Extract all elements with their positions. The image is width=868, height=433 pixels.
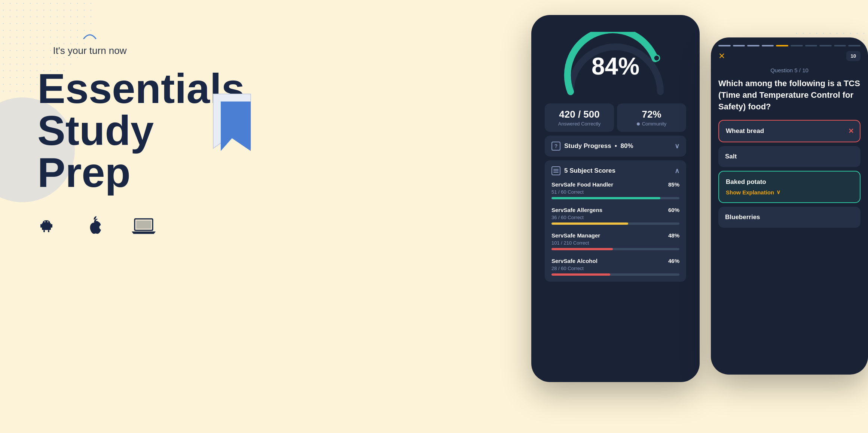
- answer-blueberries[interactable]: Blueberries: [718, 207, 861, 228]
- close-button[interactable]: ✕: [718, 51, 725, 61]
- progress-seg-4: [762, 45, 774, 46]
- progress-seg-6: [791, 45, 803, 46]
- chevron-down-icon: ∨: [675, 142, 679, 150]
- svg-point-4: [45, 221, 46, 222]
- laptop-icon: [132, 216, 156, 236]
- phone-left: 84% 420 / 500 Answered Correctly 72% Com…: [531, 15, 700, 382]
- progress-seg-1: [718, 45, 731, 46]
- chevron-down-icon: ∨: [776, 189, 780, 196]
- quiz-counter-box: 10: [846, 51, 861, 61]
- stats-row: 420 / 500 Answered Correctly 72% Communi…: [539, 103, 692, 132]
- arc-icon: [82, 30, 97, 42]
- progress-seg-2: [733, 45, 745, 46]
- stat-answered-main: 420 / 500: [551, 109, 608, 120]
- wrong-icon: ✕: [848, 127, 854, 135]
- subject-scores-header: 5 Subject Scores ∧: [551, 166, 679, 175]
- stat-card-answered: 420 / 500 Answered Correctly: [545, 103, 614, 132]
- subject-scores-label: 5 Subject Scores: [564, 167, 615, 175]
- svg-rect-2: [43, 230, 45, 232]
- svg-point-8: [654, 55, 660, 61]
- subject-food-handler: ServSafe Food Handler 85% 51 / 60 Correc…: [551, 181, 679, 199]
- svg-rect-1: [51, 224, 52, 228]
- question-text: Which among the following is a TCS (Time…: [711, 78, 868, 120]
- dot-community: [637, 122, 640, 125]
- tagline-text: It's your turn now: [53, 45, 126, 57]
- svg-rect-0: [40, 224, 42, 228]
- phones-container: 84% 420 / 500 Answered Correctly 72% Com…: [531, 0, 868, 382]
- study-progress-card[interactable]: ? Study Progress • 80% ∨: [545, 136, 686, 157]
- stat-answered-sub: Answered Correctly: [551, 121, 608, 127]
- chevron-up-icon: ∧: [675, 167, 679, 175]
- progress-seg-10: [848, 45, 861, 46]
- subject-scores-card: 5 Subject Scores ∧ ServSafe Food Handler…: [545, 160, 686, 282]
- apple-icon: [85, 216, 102, 236]
- svg-point-5: [48, 221, 49, 222]
- progress-seg-9: [834, 45, 846, 46]
- stat-card-community: 72% Community: [617, 103, 686, 132]
- subject-alcohol: ServSafe Alcohol 46% 28 / 60 Correct: [551, 258, 679, 276]
- question-number: Question 5 / 10: [711, 66, 868, 78]
- progress-seg-8: [819, 45, 832, 46]
- show-explanation[interactable]: Show Explanation ∨: [726, 189, 853, 196]
- svg-rect-7: [136, 220, 151, 228]
- gauge-container: 84%: [539, 22, 692, 97]
- study-progress-label: Study Progress • 80%: [564, 142, 633, 150]
- tagline-area: It's your turn now: [37, 30, 142, 57]
- svg-rect-10: [553, 170, 559, 171]
- subject-allergens: ServSafe Allergens 60% 36 / 60 Correct: [551, 207, 679, 225]
- progress-seg-7: [805, 45, 817, 46]
- answer-baked-potato[interactable]: Baked potato Show Explanation ∨: [718, 171, 861, 203]
- subject-manager: ServSafe Manager 48% 101 / 210 Correct: [551, 232, 679, 250]
- progress-seg-5: [776, 45, 788, 46]
- study-progress-header: ? Study Progress • 80% ∨: [551, 142, 679, 151]
- android-icon: [37, 216, 55, 236]
- main-title: Essentials Study Prep: [37, 68, 262, 194]
- quiz-progress-bar: [711, 37, 868, 46]
- svg-rect-11: [553, 172, 559, 173]
- quiz-top-nav: ✕ 10: [711, 46, 868, 66]
- gauge-percent: 84%: [592, 52, 639, 80]
- phone-right: ✕ 10 Question 5 / 10 Which among the fol…: [711, 37, 868, 375]
- answer-salt[interactable]: Salt: [718, 146, 861, 167]
- svg-rect-9: [553, 169, 559, 170]
- left-section: It's your turn now Essentials Study Prep: [37, 30, 262, 236]
- svg-rect-3: [48, 230, 49, 232]
- title-line2: Study: [37, 110, 154, 152]
- stat-community-main: 72%: [623, 109, 680, 120]
- bookmark-icon: [206, 90, 258, 161]
- answer-wheat-bread[interactable]: Wheat bread ✕: [718, 120, 861, 142]
- progress-seg-3: [747, 45, 760, 46]
- stat-community-label: Community: [623, 121, 680, 127]
- scores-icon: [551, 166, 560, 175]
- study-progress-icon: ?: [551, 142, 560, 151]
- platform-icons: [37, 216, 262, 236]
